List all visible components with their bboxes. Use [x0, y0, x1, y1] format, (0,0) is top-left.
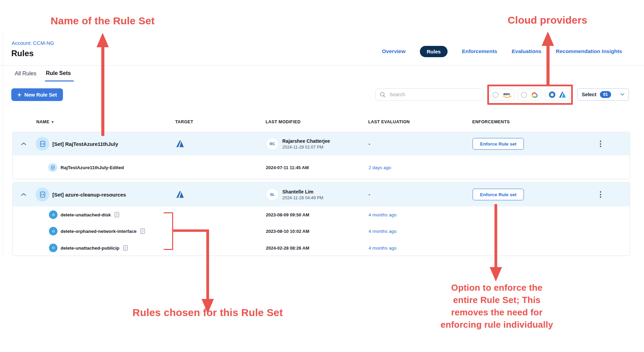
- new-rule-set-label: New Rule Set: [24, 92, 57, 98]
- new-rule-set-button[interactable]: + New Rule Set: [11, 88, 63, 101]
- rule-row[interactable]: delete-unattached-publicip 2024-02-28 08…: [13, 240, 630, 256]
- enforce-rule-set-button[interactable]: Enforce Rule set: [473, 138, 524, 150]
- column-header-enforcements: ENFORCEMENTS: [472, 120, 510, 124]
- annotation-cloud-providers: Cloud providers: [500, 14, 595, 26]
- column-header-target: TARGET: [175, 120, 193, 124]
- rule-icon: [48, 163, 57, 172]
- collapse-chevron-icon[interactable]: [21, 193, 26, 196]
- modified-timestamp: 2024-11-28 04:49 PM: [282, 196, 323, 200]
- modified-by-name: Rajarshee Chatterjee: [282, 138, 330, 144]
- search-input[interactable]: [389, 91, 479, 98]
- enforce-rule-set-button[interactable]: Enforce Rule set: [473, 189, 524, 200]
- select-count-badge: 01: [600, 91, 611, 98]
- modified-by-name: Shantelle Lim: [282, 189, 323, 194]
- rule-last-evaluation-link[interactable]: 4 months ago: [369, 245, 397, 250]
- annotation-arrow-shaft: [494, 204, 497, 268]
- nav-overview[interactable]: Overview: [382, 48, 405, 54]
- rule-row[interactable]: delete-orphaned-network-interface 2023-0…: [13, 223, 630, 239]
- rule-set-row[interactable]: [Set] azure-cleanup-resources SL Shantel…: [13, 183, 630, 206]
- breadcrumb-account[interactable]: Account: CCM-NG: [12, 40, 54, 46]
- left-panel-border: [3, 31, 3, 256]
- annotation-arrow-up-icon: [96, 33, 109, 47]
- annotation-rules-chosen: Rules chosen for this Rule Set: [123, 307, 292, 318]
- last-modified-cell: Rajarshee Chatterjee 2024-11-29 01:07 PM: [282, 138, 330, 150]
- column-header-name[interactable]: NAME▾: [36, 120, 54, 124]
- rule-set-name[interactable]: [Set] RajTestAzure11thJuly: [52, 141, 118, 147]
- kebab-menu-icon[interactable]: [598, 190, 603, 199]
- rule-set-card-1: [Set] RajTestAzure11thJuly RC Rajarshee …: [12, 132, 630, 179]
- annotation-providers-rect: [487, 85, 573, 105]
- search-icon: [380, 92, 386, 98]
- nav-recommendation-insights[interactable]: Recommendation Insights: [556, 48, 622, 54]
- copy-doc-icon[interactable]: [123, 245, 128, 251]
- top-nav: Overview Rules Enforcements Evaluations …: [382, 45, 622, 58]
- rule-last-modified: 2023-08-09 09:50 AM: [266, 212, 309, 217]
- rule-icon: [49, 211, 57, 219]
- column-header-last-evaluation: LAST EVALUATION: [368, 120, 410, 124]
- annotation-arrow-up-icon: [542, 32, 554, 46]
- page-title: Rules: [11, 49, 34, 58]
- avatar: SL: [266, 188, 279, 201]
- annotation-arrow-down-icon: [490, 267, 502, 281]
- rule-name[interactable]: delete-unattached-publicip: [61, 245, 128, 251]
- azure-target-icon: [176, 190, 184, 199]
- kebab-menu-icon[interactable]: [598, 139, 603, 149]
- last-evaluation-empty: -: [369, 141, 370, 147]
- rule-set-icon: [36, 188, 49, 201]
- nav-evaluations[interactable]: Evaluations: [512, 48, 541, 54]
- rules-bracket-bottom-tick: [164, 249, 172, 250]
- rules-page: Account: CCM-NG Rules Overview Rules Enf…: [0, 0, 644, 352]
- rules-bracket-top-tick: [164, 212, 172, 213]
- sort-caret-icon[interactable]: ▾: [51, 120, 53, 124]
- active-tab-underline: [45, 80, 74, 81]
- select-dropdown[interactable]: Select 01: [577, 88, 629, 101]
- annotation-name-of-rule-set: Name of the Rule Set: [41, 15, 164, 27]
- rule-set-name[interactable]: [Set] azure-cleanup-resources: [52, 192, 126, 198]
- tab-all-rules[interactable]: All Rules: [15, 71, 36, 77]
- copy-doc-icon[interactable]: [140, 228, 145, 234]
- modified-timestamp: 2024-11-29 01:07 PM: [282, 145, 330, 150]
- last-modified-cell: Shantelle Lim 2024-11-28 04:49 PM: [282, 189, 323, 200]
- rule-icon: [49, 243, 57, 252]
- annotation-arrow-shaft: [206, 230, 209, 300]
- azure-target-icon: [176, 139, 184, 148]
- rule-rows: delete-unattached-disk 2023-08-09 09:50 …: [13, 206, 630, 256]
- rules-bracket-connector: [173, 229, 209, 232]
- rule-last-evaluation-link[interactable]: 2 days ago: [369, 165, 391, 170]
- rule-last-modified: 2024-02-28 08:26 AM: [266, 245, 309, 250]
- chevron-down-icon: [620, 93, 624, 96]
- rule-last-modified: 2023-08-10 10:02 AM: [266, 229, 309, 234]
- rule-row[interactable]: delete-unattached-disk 2023-08-09 09:50 …: [13, 206, 630, 223]
- nav-enforcements[interactable]: Enforcements: [462, 48, 497, 54]
- rule-last-modified: 2024-07-11 11:45 AM: [266, 165, 309, 170]
- last-evaluation-empty: -: [369, 192, 370, 197]
- tab-rule-sets[interactable]: Rule Sets: [46, 70, 71, 76]
- search-box[interactable]: [375, 88, 484, 101]
- annotation-enforce-note: Option to enforce the entire Rule Set; T…: [440, 281, 554, 331]
- column-header-last-modified: LAST MODIFIED: [266, 120, 300, 124]
- annotation-arrow-shaft: [546, 45, 550, 86]
- annotation-arrow-shaft: [101, 46, 104, 136]
- rule-set-row[interactable]: [Set] RajTestAzure11thJuly RC Rajarshee …: [13, 132, 630, 155]
- collapse-chevron-icon[interactable]: [21, 142, 26, 146]
- nav-rules-active[interactable]: Rules: [420, 46, 448, 57]
- rule-name[interactable]: delete-unattached-disk: [61, 212, 119, 218]
- rule-set-icon: [36, 137, 49, 151]
- rule-set-card-2: [Set] azure-cleanup-resources SL Shantel…: [12, 182, 630, 256]
- rule-icon: [49, 227, 57, 236]
- rule-row[interactable]: RajTestAzure11thJuly-Edited 2024-07-11 1…: [13, 155, 630, 179]
- avatar: RC: [266, 137, 279, 150]
- plus-icon: +: [17, 91, 21, 98]
- copy-doc-icon[interactable]: [114, 212, 119, 218]
- rule-last-evaluation-link[interactable]: 4 months ago: [369, 229, 397, 234]
- rule-last-evaluation-link[interactable]: 4 months ago: [369, 212, 397, 217]
- rule-name[interactable]: RajTestAzure11thJuly-Edited: [61, 165, 124, 170]
- select-label: Select: [582, 92, 596, 97]
- rule-name[interactable]: delete-orphaned-network-interface: [61, 228, 145, 234]
